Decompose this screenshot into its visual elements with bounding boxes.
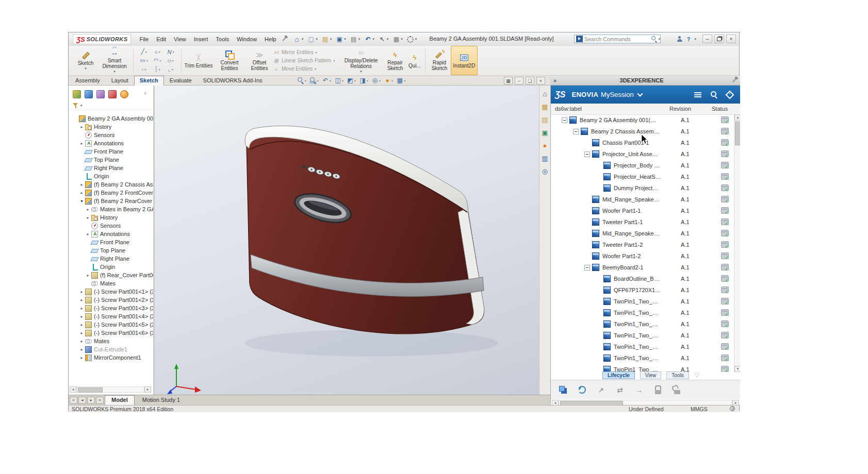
feature-tree-item[interactable]: Right Plane	[69, 164, 153, 172]
expand-arrow-icon[interactable]	[79, 290, 84, 294]
quick-snaps-button[interactable]: Qui...	[407, 46, 422, 75]
document-window-button[interactable]: ❏	[526, 77, 534, 84]
view-tool-button[interactable]: ▾	[297, 77, 306, 84]
expand-arrow-icon[interactable]	[86, 207, 90, 212]
feature-tree-item[interactable]: History	[69, 123, 153, 131]
menu-icon[interactable]	[694, 92, 701, 93]
search-scope-icon[interactable]	[576, 36, 583, 42]
expand-collapse-box[interactable]	[573, 129, 579, 134]
session-tree-row[interactable]: TwoPin1_Two_… A.1	[551, 341, 734, 352]
feature-tree-item[interactable]: (-) Screw Part001<3> (3.75 x 3	[69, 304, 153, 312]
lifecycle-tool-icon[interactable]	[633, 384, 645, 396]
chevron-down-icon[interactable]: ▾	[159, 50, 160, 54]
feature-tree-item[interactable]: (-) Screw Part001<6> (3.75 x 3	[69, 329, 153, 337]
document-window-button[interactable]: ×	[536, 77, 545, 84]
search-icon[interactable]	[711, 91, 717, 98]
lifecycle-tool-icon[interactable]	[614, 384, 626, 396]
view-tool-button[interactable]: ▾	[347, 77, 356, 84]
chevron-down-icon[interactable]: ▾	[316, 37, 318, 41]
tab-nav-button[interactable]: «	[70, 397, 77, 404]
trim-entities-button[interactable]: Trim Entities	[184, 46, 213, 75]
scroll-up-button[interactable]: ▴	[734, 114, 740, 121]
feature-tree-item[interactable]: Origin	[69, 263, 153, 271]
feature-tree-item[interactable]: Mates	[69, 337, 153, 345]
scroll-right-button[interactable]: ▸	[732, 400, 739, 405]
feature-tree-horizontal-scrollbar[interactable]: ◂ ▸	[70, 386, 151, 393]
session-tree-row[interactable]: BeemyBoard2-1 A.1	[551, 262, 734, 273]
quick-access-button[interactable]: ▾	[364, 36, 374, 43]
session-tree-row[interactable]: TwoPin1_Two_… A.1	[551, 330, 734, 341]
window-control-button[interactable]: ×	[726, 35, 736, 43]
chevron-down-icon[interactable]: ▾	[330, 37, 332, 41]
view-tool-button[interactable]: ▾	[396, 77, 405, 84]
globe-icon[interactable]	[730, 406, 735, 411]
chevron-down-icon[interactable]: ▾	[658, 37, 660, 41]
task-pane-icon[interactable]	[541, 141, 549, 149]
lifecycle-tool-icon[interactable]	[672, 384, 683, 396]
session-tree-row[interactable]: BoardOutline_B… A.1	[551, 273, 734, 284]
view-tool-button[interactable]: ▾	[384, 77, 393, 84]
chevron-down-icon[interactable]: ▾	[358, 37, 361, 41]
session-tree-row[interactable]: TwoPin1_Two_… A.1	[551, 318, 734, 330]
chevron-down-icon[interactable]: ▾	[144, 67, 146, 71]
chevron-down-icon[interactable]: ▾	[316, 50, 317, 54]
graphics-viewport[interactable]	[155, 86, 539, 395]
feature-tree-item[interactable]: (f) Rear_Cover Part001<1>	[69, 271, 153, 279]
search-icon[interactable]	[651, 36, 657, 42]
pattern-tool-button[interactable]: Mirror Entities ▾	[273, 49, 339, 56]
chevron-down-icon[interactable]: ▾	[172, 67, 173, 71]
search-commands-box[interactable]: Search Commands ▾	[574, 35, 661, 43]
expand-collapse-box[interactable]	[562, 117, 567, 123]
chevron-down-icon[interactable]: ▾	[315, 67, 316, 71]
chevron-down-icon[interactable]: ▾	[354, 79, 356, 82]
scrollbar-thumb[interactable]	[735, 122, 740, 145]
feature-tree-item[interactable]: Annotations	[69, 230, 153, 238]
scrollbar-track[interactable]	[559, 400, 732, 405]
column-revision[interactable]: Revision	[669, 106, 691, 112]
menu-item[interactable]: Insert	[194, 36, 208, 42]
session-horizontal-scrollbar[interactable]: ◂ ▸	[552, 400, 739, 405]
tab-tools[interactable]: Tools	[666, 371, 689, 379]
offset-entities-button[interactable]: Offset Entities	[246, 46, 273, 75]
view-tool-button[interactable]: ▾	[359, 77, 368, 84]
session-tree-row[interactable]: Woofer Part1-2 A.1	[551, 250, 734, 262]
feature-tree-item[interactable]: (f) Beamy 2 Chassis Assembly	[69, 180, 153, 189]
tab-model[interactable]: Model	[105, 395, 135, 405]
manager-tab-icon[interactable]	[120, 90, 128, 98]
menu-item[interactable]: File	[139, 36, 149, 42]
search-input[interactable]: Search Commands	[584, 36, 651, 42]
session-tree-row[interactable]: Woofer Part1-1 A.1	[551, 205, 734, 216]
chevron-down-icon[interactable]: ▾	[305, 79, 306, 82]
expand-arrow-icon[interactable]	[79, 141, 84, 146]
expand-arrow-icon[interactable]	[79, 347, 84, 352]
document-window-button[interactable]: –	[515, 77, 523, 84]
chevron-down-icon[interactable]: ▾	[367, 79, 368, 82]
sketch-tool-button[interactable]: ▾	[151, 47, 164, 56]
session-tree-row[interactable]: Beamy 2 GA Assembly 001(… A.1	[551, 114, 734, 126]
chevron-down-icon[interactable]: ▾	[146, 59, 148, 62]
chevron-down-icon[interactable]: ▾	[159, 67, 160, 71]
expand-arrow-icon[interactable]	[79, 199, 84, 204]
lifecycle-tool-icon[interactable]	[595, 384, 607, 396]
quick-access-button[interactable]: ▾	[307, 36, 318, 43]
session-tree-row[interactable]: Mid_Range_Speake… A.1	[551, 228, 734, 239]
status-units[interactable]: MMGS	[691, 406, 708, 412]
filter-icon[interactable]	[73, 103, 79, 109]
command-manager-tab[interactable]: Assembly	[70, 76, 106, 86]
chevron-down-icon[interactable]: ▾	[342, 79, 343, 82]
feature-tree-item[interactable]: Cut-Extrude1	[69, 345, 153, 353]
command-manager-tab[interactable]: Layout	[106, 76, 134, 86]
quick-access-button[interactable]: ▾	[378, 36, 389, 43]
tab-nav-button[interactable]: ▸	[87, 397, 95, 404]
tag-icon[interactable]	[726, 90, 734, 99]
tab-motion-study[interactable]: Motion Study 1	[136, 395, 187, 405]
feature-tree-item[interactable]: MirrorComponent1	[69, 353, 153, 362]
command-manager-tab[interactable]: Evaluate	[164, 76, 198, 86]
expand-arrow-icon[interactable]	[79, 125, 84, 129]
instant2d-button[interactable]: Instant2D	[451, 46, 478, 75]
quick-access-button[interactable]: ▾	[321, 36, 332, 43]
tab-lifecycle[interactable]: Lifecycle	[602, 371, 635, 379]
pin-icon[interactable]	[282, 37, 286, 41]
menu-item[interactable]: View	[174, 36, 186, 42]
manager-tab-icon[interactable]	[73, 90, 81, 98]
